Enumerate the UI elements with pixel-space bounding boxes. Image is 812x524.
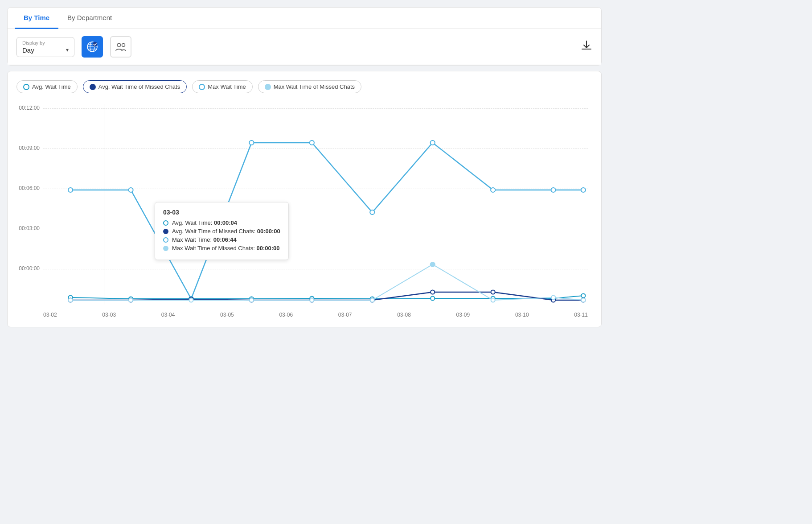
tabs-section: By Time By Department: [8, 8, 601, 29]
x-label-1: 03-03: [102, 312, 116, 318]
dot-maxm-8: [491, 298, 495, 302]
people-icon: [115, 41, 127, 53]
dot-max-wait-8: [491, 188, 495, 192]
tooltip-row-0: Avg. Wait Time: 00:00:04: [163, 219, 280, 226]
dot-maxm-4: [250, 298, 254, 302]
dot-avgm-7: [431, 290, 435, 294]
dot-avgm-8: [491, 290, 495, 294]
download-button[interactable]: [581, 40, 592, 54]
legend-max-wait-time-missed[interactable]: Max Wait Time of Missed Chats: [258, 80, 361, 93]
line-avg-wait-time: [70, 296, 583, 299]
y-label-4: 00:00:00: [16, 265, 40, 272]
y-label-0: 00:12:00: [16, 105, 40, 111]
dot-max-wait-1: [68, 188, 73, 192]
x-label-7: 03-09: [456, 312, 470, 318]
display-by-select[interactable]: Day ▾: [22, 46, 69, 54]
dot-avg-10: [581, 294, 585, 298]
y-label-1: 00:09:00: [16, 145, 40, 151]
tooltip-date: 03-03: [163, 209, 280, 216]
dot-maxm-10: [581, 298, 585, 302]
y-label-2: 00:06:00: [16, 185, 40, 191]
dot-max-wait-9: [551, 188, 556, 192]
x-label-9: 03-11: [574, 312, 588, 318]
x-label-5: 03-07: [338, 312, 352, 318]
dot-maxm-3: [189, 298, 193, 302]
controls-left: Display by Day ▾: [16, 36, 131, 58]
line-max-missed: [70, 264, 583, 300]
globe-icon-button[interactable]: [82, 36, 103, 58]
dot-max-wait-4: [249, 140, 254, 145]
dot-maxm-5: [310, 298, 314, 302]
x-label-6: 03-08: [397, 312, 411, 318]
tooltip-dot-1: [163, 229, 168, 234]
download-icon: [581, 40, 592, 51]
tab-by-time[interactable]: By Time: [15, 8, 58, 29]
dot-maxm-9: [551, 296, 555, 300]
globe-icon: [86, 41, 98, 53]
svg-point-5: [93, 42, 98, 47]
tooltip-row-1: Avg. Wait Time of Missed Chats: 00:00:00: [163, 228, 280, 235]
display-by-dropdown[interactable]: Display by Day ▾: [16, 37, 74, 57]
dot-maxm-6: [370, 298, 374, 302]
dot-max-wait-2: [128, 188, 133, 192]
dot-maxm-7: [431, 262, 435, 267]
x-label-4: 03-06: [279, 312, 293, 318]
legend-dot-max-missed: [265, 84, 271, 90]
y-label-3: 00:03:00: [16, 225, 40, 231]
display-by-value: Day: [22, 46, 34, 54]
chart-svg: [43, 104, 588, 305]
x-label-2: 03-04: [161, 312, 175, 318]
x-axis: 03-02 03-03 03-04 03-05 03-06 03-07 03-0…: [43, 312, 588, 318]
legend-avg-wait-time-missed[interactable]: Avg. Wait Time of Missed Chats: [83, 80, 187, 93]
legend-dot-max: [199, 84, 205, 90]
display-by-label: Display by: [22, 40, 69, 45]
legend-dot-avg: [23, 84, 29, 90]
svg-point-6: [117, 43, 121, 47]
dot-maxm-2: [129, 298, 133, 302]
dot-avg-7: [431, 297, 435, 301]
x-label-0: 03-02: [43, 312, 57, 318]
chart-area: 00:12:00 00:09:00 00:06:00 00:03:00 00:0…: [16, 104, 592, 318]
legend-row: Avg. Wait Time Avg. Wait Time of Missed …: [16, 80, 592, 93]
tooltip-row-3: Max Wait Time of Missed Chats: 00:00:00: [163, 245, 280, 252]
legend-dot-avg-missed: [90, 84, 96, 90]
dot-max-wait-6: [370, 210, 374, 215]
tooltip-row-2: Max Wait Time: 00:06:44: [163, 236, 280, 243]
dot-max-wait-7: [431, 140, 435, 145]
team-icon-button[interactable]: [110, 36, 131, 58]
tab-by-department[interactable]: By Department: [58, 8, 121, 29]
main-container: By Time By Department Display by Day ▾: [0, 0, 609, 384]
chart-section: Avg. Wait Time Avg. Wait Time of Missed …: [7, 71, 602, 327]
tooltip-box: 03-03 Avg. Wait Time: 00:00:04 Avg. Wait…: [155, 202, 289, 260]
x-label-8: 03-10: [515, 312, 529, 318]
line-max-wait-time: [70, 143, 583, 299]
controls-section: Display by Day ▾: [8, 29, 601, 65]
dot-max-wait-5: [310, 140, 314, 145]
svg-point-7: [122, 44, 125, 47]
legend-avg-wait-time[interactable]: Avg. Wait Time: [16, 80, 78, 93]
x-label-3: 03-05: [220, 312, 234, 318]
tooltip-dot-2: [163, 237, 168, 243]
tooltip-dot-0: [163, 220, 168, 226]
legend-max-wait-time[interactable]: Max Wait Time: [192, 80, 252, 93]
dot-maxm-1: [69, 298, 73, 302]
chevron-down-icon: ▾: [66, 47, 69, 53]
tooltip-dot-3: [163, 246, 168, 251]
dot-max-wait-10: [581, 188, 586, 192]
